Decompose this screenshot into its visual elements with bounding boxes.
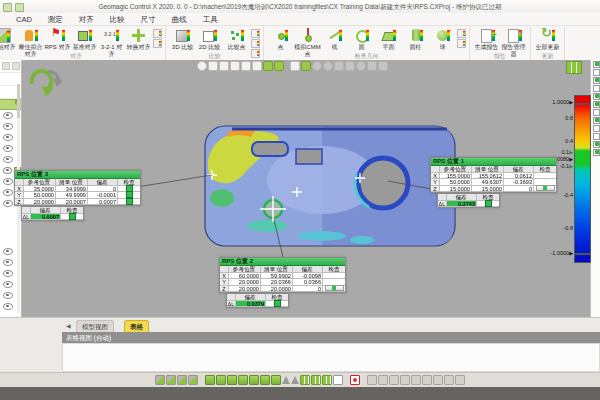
rotate-icon[interactable] [334, 61, 344, 71]
select-box-icon[interactable] [208, 61, 218, 71]
annotation-table-rps2[interactable]: RPS 位置 2参考位置测量 位置偏差检查X60.000059.9902-0.0… [219, 257, 346, 308]
snapshot-icon[interactable] [378, 61, 388, 71]
transform-align-button[interactable]: 转换对齐 [125, 27, 152, 51]
annotation-table-rps3[interactable]: RPS 位置 3参考位置测量 位置偏差检查X35.000034.99990Y50… [14, 170, 141, 221]
normal-up-icon[interactable] [282, 376, 290, 384]
update-all-button[interactable]: 全部更新 [534, 27, 561, 51]
visibility-eye-icon[interactable] [3, 200, 13, 207]
report-create-button[interactable]: 生成报告 [473, 27, 500, 51]
pin-icon[interactable] [252, 61, 262, 71]
table-add-icon[interactable] [274, 61, 284, 71]
add-page-icon[interactable] [455, 375, 465, 385]
visibility-eye-icon[interactable] [3, 178, 13, 185]
select-circle-icon[interactable] [197, 61, 207, 71]
flatten-icon[interactable] [356, 61, 366, 71]
multi-view-icon[interactable] [300, 375, 310, 385]
menu-2[interactable]: 测定 [40, 13, 71, 25]
orbit-icon[interactable] [312, 61, 322, 71]
tree-collapse-icon[interactable] [12, 62, 20, 70]
geo-cylinder-button[interactable]: 圆柱 [402, 27, 429, 51]
stamp-icon[interactable] [219, 61, 229, 71]
geo-sphere-button[interactable]: 球 [429, 27, 456, 51]
option-checkbox[interactable] [593, 101, 600, 108]
ribbon-mini-icon[interactable] [153, 29, 162, 38]
circle-icon[interactable] [444, 375, 454, 385]
option-checkbox[interactable] [593, 61, 600, 68]
initial-align-button[interactable]: 初始对齐 [0, 27, 17, 51]
ribbon-mini-icon[interactable] [457, 39, 466, 48]
pan-view-icon[interactable] [166, 375, 176, 385]
report-view-icon[interactable] [322, 375, 332, 385]
visibility-eye-icon[interactable] [3, 145, 13, 152]
measure-icon[interactable] [345, 61, 355, 71]
option-checkbox[interactable] [593, 133, 600, 140]
fit-view-icon[interactable] [188, 375, 198, 385]
visibility-eye-icon[interactable] [3, 156, 13, 163]
visibility-eye-icon[interactable] [3, 112, 13, 119]
back-view-icon[interactable] [238, 375, 248, 385]
tab-table-view[interactable]: 表格 [124, 320, 149, 332]
menu-3[interactable]: 对齐 [71, 13, 102, 25]
left-view-icon[interactable] [249, 375, 259, 385]
datum-align-button[interactable]: 基准对齐 [71, 27, 98, 51]
annotate-icon[interactable] [389, 375, 399, 385]
compare-2d-button[interactable]: 2D 比较 [196, 27, 223, 51]
colorbar-gradient[interactable] [574, 104, 591, 254]
normal-down-icon[interactable] [291, 376, 299, 384]
option-checkbox[interactable] [593, 125, 600, 132]
visibility-eye-icon[interactable] [3, 259, 13, 266]
target-icon[interactable] [323, 61, 333, 71]
visibility-eye-icon[interactable] [3, 167, 12, 174]
rotate-view-icon[interactable] [155, 375, 165, 385]
iso-view-icon[interactable] [205, 375, 215, 385]
top-view-icon[interactable] [271, 375, 281, 385]
right-view-icon[interactable] [260, 375, 270, 385]
sync-arrows-icon[interactable] [32, 71, 63, 97]
visibility-eye-icon[interactable] [3, 134, 13, 141]
menu-6[interactable]: 曲线 [164, 13, 195, 25]
cursor-icon[interactable] [333, 375, 343, 385]
zoom-area-icon[interactable] [216, 375, 226, 385]
geo-plane-button[interactable]: 平面 [375, 27, 402, 51]
filter-icon[interactable] [367, 375, 377, 385]
option-checkbox[interactable] [593, 141, 600, 148]
monitor-icon[interactable] [422, 375, 432, 385]
user-view-icon[interactable] [367, 61, 377, 71]
rps-align-button[interactable]: RPS 对齐 [44, 27, 71, 51]
visibility-eye-icon[interactable] [3, 292, 13, 299]
option-checkbox[interactable] [593, 85, 600, 92]
annotation-table-rps1[interactable]: RPS 位置 1参考位置测量 位置偏差检查X155.0000155.06120.… [430, 157, 557, 208]
copy-icon[interactable] [230, 61, 240, 71]
ribbon-mini-icon[interactable] [457, 29, 466, 38]
geo-line-button[interactable]: 线 [321, 27, 348, 51]
tree-filter-icon[interactable] [2, 62, 10, 70]
ribbon-mini-icon[interactable] [251, 39, 260, 48]
ribbon-mini-icon[interactable] [153, 39, 162, 48]
menu-4[interactable]: 比较 [102, 13, 133, 25]
split-view-icon[interactable] [311, 375, 321, 385]
visibility-eye-icon[interactable] [3, 270, 13, 277]
visibility-eye-icon[interactable] [3, 281, 13, 288]
visibility-eye-icon[interactable] [3, 248, 13, 255]
table-grid-icon[interactable] [263, 61, 273, 71]
right-panel-toggle-icon[interactable] [566, 61, 582, 74]
tab-scroll-left-icon[interactable]: ◀ [66, 322, 71, 329]
option-checkbox[interactable] [593, 149, 600, 156]
paste-icon[interactable] [241, 61, 251, 71]
alert-icon[interactable] [350, 375, 360, 385]
front-view-icon[interactable] [227, 375, 237, 385]
ribbon-mini-icon[interactable] [251, 29, 260, 38]
visibility-eye-icon[interactable] [3, 123, 13, 130]
option-checkbox[interactable] [593, 77, 600, 84]
visibility-eye-icon[interactable] [3, 303, 13, 310]
geo-circle-button[interactable]: 圆 [348, 27, 375, 51]
menu-7[interactable]: 工具 [195, 13, 226, 25]
option-checkbox[interactable] [593, 93, 600, 100]
table-view-body[interactable] [62, 343, 600, 372]
tab-model-view[interactable]: 模型视图 [76, 320, 114, 332]
image-icon[interactable] [433, 375, 443, 385]
swatch-icon[interactable] [301, 61, 311, 71]
user-icon[interactable] [400, 375, 410, 385]
option-checkbox[interactable] [593, 109, 600, 116]
option-checkbox[interactable] [593, 117, 600, 124]
